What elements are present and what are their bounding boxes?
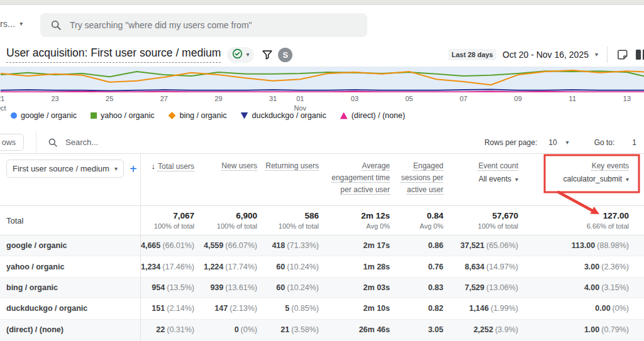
- rows-per-page-value[interactable]: 10: [548, 138, 557, 147]
- table-search-input[interactable]: Search...: [48, 138, 98, 148]
- metric-value: 1,234: [141, 263, 160, 271]
- comparison-columns-icon[interactable]: [635, 48, 644, 61]
- legend-item[interactable]: google / organic: [11, 111, 77, 120]
- triangle-up-marker-icon: [340, 112, 348, 119]
- report-status-dropdown[interactable]: ▾: [227, 47, 254, 63]
- metric-cell: 147(2.13%): [199, 304, 262, 313]
- chevron-down-icon[interactable]: ▾: [566, 139, 569, 146]
- pagination-controls: Rows per page: 10 ▾ Go to: 1: [484, 138, 644, 147]
- x-tick-day: 31: [269, 94, 277, 104]
- search-icon: [48, 138, 58, 148]
- metric-value: 147: [214, 304, 228, 313]
- column-metric-selector[interactable]: calculator_submit▾: [523, 173, 629, 185]
- legend-item[interactable]: duckduckgo / organic: [241, 111, 326, 120]
- account-switcher[interactable]: rs... ▾: [0, 19, 23, 29]
- column-header-label[interactable]: New users: [221, 161, 257, 170]
- x-tick-label: 25: [106, 94, 113, 104]
- table-row[interactable]: (direct) / (none)22(0.31%)0(0%)21(3.58%)…: [0, 320, 644, 340]
- rows-selector-label: ows: [2, 138, 16, 147]
- timeseries-chart-canvas: [0, 67, 644, 92]
- chevron-down-icon: ▾: [246, 51, 249, 58]
- column-header-label[interactable]: Event count: [479, 161, 518, 170]
- chart-legend: google / organicyahoo / organicbing / or…: [0, 109, 644, 122]
- table-row[interactable]: duckduckgo / organic151(2.14%)147(2.13%)…: [0, 298, 644, 319]
- column-header-new-users: New users: [199, 154, 262, 205]
- global-search-input[interactable]: Try searching "where did my users come f…: [40, 13, 367, 37]
- metric-percent: (1.99%): [491, 304, 518, 313]
- x-tick-month: Oct: [0, 104, 6, 113]
- divider: [36, 131, 36, 154]
- metric-percent: (0.31%): [167, 325, 194, 334]
- square-marker-icon: [91, 112, 97, 119]
- metric-percent: (0.85%): [291, 304, 319, 313]
- column-metric-selector-value: calculator_submit: [564, 173, 622, 185]
- metric-percent: (0.79%): [601, 325, 629, 334]
- column-header-label[interactable]: Key events: [592, 161, 629, 170]
- metric-value: 2m 03s: [364, 283, 390, 292]
- metric-value: 60: [276, 283, 285, 292]
- metric-cell: 7,529(13.06%): [448, 283, 523, 292]
- metric-cell: 0.82: [395, 304, 448, 313]
- column-header-engaged-sessions-per-active-user: Engaged sessions per active user: [395, 154, 448, 205]
- metric-cell: 21(3.58%): [262, 325, 324, 334]
- chevron-down-icon: ▾: [515, 176, 518, 183]
- table-row[interactable]: bing / organic954(13.5%)939(13.61%)60(10…: [0, 278, 644, 298]
- x-tick-label: 31: [269, 94, 277, 104]
- sampling-badge-icon[interactable]: S: [278, 48, 292, 62]
- metric-cell: 3.05: [395, 325, 448, 334]
- legend-item[interactable]: (direct) / (none): [340, 111, 405, 120]
- report-header: User acquisition: First user source / me…: [0, 43, 644, 67]
- x-tick-label: 21Oct: [0, 94, 6, 113]
- column-header-average-engagement-time-per-active-user: Average engagement time per active user: [324, 154, 395, 205]
- metric-cell: 22(0.31%): [140, 325, 199, 334]
- x-tick-label: 29: [214, 94, 222, 104]
- x-tick-day: 13: [623, 94, 631, 104]
- column-header-label[interactable]: Returning users: [265, 161, 319, 170]
- insights-note-icon[interactable]: [616, 48, 629, 61]
- legend-label: bing / organic: [179, 111, 226, 120]
- metric-value: 0.00: [595, 304, 610, 313]
- total-sub-label: Avg 0%: [324, 222, 390, 230]
- filter-icon[interactable]: [262, 49, 273, 60]
- x-tick-day: 29: [214, 94, 222, 104]
- rows-selector-button[interactable]: ows: [0, 134, 24, 151]
- dimension-selector-dropdown[interactable]: First user source / medium ▾: [6, 160, 124, 178]
- chevron-down-icon[interactable]: ▾: [595, 51, 598, 58]
- add-dimension-button[interactable]: +: [130, 163, 137, 175]
- total-value: 2m 12s: [324, 211, 390, 220]
- column-header-label[interactable]: Average engagement time per active user: [331, 161, 390, 194]
- column-header-inner: ↓Total users: [151, 162, 194, 171]
- metric-value: 418: [272, 241, 285, 250]
- metric-cell: 8,634(14.97%): [448, 263, 523, 271]
- metric-percent: (10.24%): [287, 263, 319, 271]
- timeseries-chart[interactable]: [0, 67, 644, 92]
- column-header-label[interactable]: Total users: [158, 162, 194, 171]
- table-row[interactable]: yahoo / organic1,234(17.46%)1,224(17.74%…: [0, 256, 644, 277]
- column-metric-selector[interactable]: All events▾: [448, 173, 518, 185]
- table-row[interactable]: google / organic4,665(66.01%)4,559(66.07…: [0, 235, 644, 256]
- table-toolbar: ows Search... Rows per page: 10 ▾ Go to:…: [0, 131, 644, 154]
- legend-item[interactable]: yahoo / organic: [91, 111, 154, 120]
- metric-cell: 939(13.61%): [199, 283, 262, 292]
- x-tick-day: 05: [405, 94, 413, 104]
- metric-percent: (0%): [241, 325, 257, 334]
- metric-value: 5: [285, 304, 289, 313]
- column-header-inner: Average engagement time per active user: [331, 161, 390, 194]
- metric-value: 3.05: [428, 325, 443, 334]
- dimension-selector-label: First user source / medium: [13, 164, 109, 173]
- table-total-row: Total 7,067100% of total6,900100% of tot…: [0, 206, 644, 235]
- metric-value: 3.00: [584, 263, 599, 271]
- date-range-value[interactable]: Oct 20 - Nov 16, 2025: [502, 50, 589, 60]
- sort-descending-icon[interactable]: ↓: [151, 161, 155, 171]
- browser-chrome-strip: [0, 0, 644, 5]
- legend-item[interactable]: bing / organic: [168, 111, 226, 120]
- total-value: 586: [262, 211, 319, 220]
- metric-value: 0.76: [428, 263, 443, 271]
- column-header-label[interactable]: Engaged sessions per active user: [401, 161, 443, 194]
- row-dimension-value: bing / organic: [0, 283, 140, 292]
- metric-percent: (3.9%): [495, 325, 518, 334]
- x-tick-label: 23: [51, 94, 58, 104]
- metric-percent: (71.33%): [287, 241, 319, 250]
- go-to-page-input[interactable]: 1: [632, 138, 636, 147]
- column-divider: [140, 154, 141, 341]
